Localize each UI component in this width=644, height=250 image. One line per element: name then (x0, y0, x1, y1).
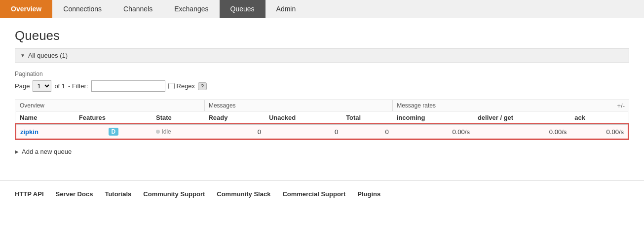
footer-link-plugins[interactable]: Plugins (357, 190, 380, 198)
nav-item-channels[interactable]: Channels (113, 0, 163, 18)
queue-incoming: 0.00/s (393, 124, 474, 139)
nav-item-connections[interactable]: Connections (52, 0, 113, 18)
footer-divider (0, 180, 644, 180)
of-label: of 1 (54, 82, 65, 90)
filter-input[interactable] (91, 80, 165, 92)
nav-item-queues[interactable]: Queues (220, 0, 265, 18)
footer-link-tutorials[interactable]: Tutorials (105, 190, 131, 198)
col-ack: ack (570, 111, 628, 125)
message-rates-group-header: Message rates (393, 100, 628, 111)
plus-minus-button[interactable]: +/- (617, 102, 625, 109)
col-name: Name (16, 111, 75, 125)
col-unacked: Unacked (265, 111, 342, 125)
nav-item-overview[interactable]: Overview (0, 0, 52, 18)
nav-item-admin[interactable]: Admin (265, 0, 307, 18)
queue-state: idle (152, 124, 204, 139)
col-total: Total (342, 111, 393, 125)
expand-arrow-icon: ▶ (15, 149, 19, 154)
pagination-controls: Page 1 of 1 - Filter: Regex ? (15, 80, 629, 92)
messages-group-header: Messages (204, 100, 392, 111)
regex-text: Regex (177, 82, 195, 90)
feature-badge-d: D (109, 128, 119, 136)
filter-label: - Filter: (68, 82, 88, 90)
column-header-row: Name Features State Ready Unacked Total … (16, 111, 628, 125)
queue-features: D (75, 124, 152, 139)
collapse-arrow-icon: ▼ (20, 53, 25, 58)
col-deliver-get: deliver / get (474, 111, 570, 125)
help-button[interactable]: ? (198, 82, 207, 90)
footer-link-community-support[interactable]: Community Support (143, 190, 205, 198)
page-select[interactable]: 1 (33, 80, 51, 92)
pagination-label: Pagination (15, 71, 629, 77)
footer: HTTP API Server Docs Tutorials Community… (0, 185, 644, 203)
table-row: zipkin D idle 0 0 0 0.00/s 0.00/s 0.00/s (16, 124, 628, 139)
col-ready: Ready (204, 111, 265, 125)
footer-link-http-api[interactable]: HTTP API (15, 190, 44, 198)
page-content: Queues ▼ All queues (1) Pagination Page … (0, 18, 644, 175)
col-incoming: incoming (393, 111, 474, 125)
queue-table: Overview Messages Message rates Name Fea… (15, 100, 629, 140)
page-text-label: Page (15, 82, 30, 90)
pagination-section: Pagination Page 1 of 1 - Filter: Regex ? (15, 71, 629, 92)
regex-label: Regex (168, 82, 195, 90)
all-queues-label: All queues (1) (28, 52, 68, 59)
footer-link-server-docs[interactable]: Server Docs (56, 190, 93, 198)
col-features: Features (75, 111, 152, 125)
footer-link-commercial-support[interactable]: Commercial Support (282, 190, 345, 198)
queue-state-text: idle (162, 128, 171, 135)
queue-total: 0 (342, 124, 393, 139)
queue-name[interactable]: zipkin (16, 124, 75, 139)
add-queue-section: ▶ Add a new queue (15, 148, 629, 155)
page-title: Queues (15, 28, 629, 43)
group-header-row: Overview Messages Message rates (16, 100, 628, 111)
navigation: Overview Connections Channels Exchanges … (0, 0, 644, 18)
overview-group-header: Overview (16, 100, 204, 111)
idle-dot-icon (156, 130, 160, 134)
regex-checkbox[interactable] (168, 83, 175, 89)
queue-table-container: +/- Overview Messages Message rates Name… (15, 100, 629, 140)
add-queue-toggle[interactable]: ▶ Add a new queue (15, 148, 629, 155)
footer-link-community-slack[interactable]: Community Slack (217, 190, 270, 198)
queue-unacked: 0 (265, 124, 342, 139)
col-state: State (152, 111, 204, 125)
nav-item-exchanges[interactable]: Exchanges (163, 0, 219, 18)
all-queues-header[interactable]: ▼ All queues (1) (15, 48, 629, 63)
queue-ready: 0 (204, 124, 265, 139)
queue-ack: 0.00/s (570, 124, 628, 139)
queue-deliver-get: 0.00/s (474, 124, 570, 139)
add-queue-label: Add a new queue (22, 148, 72, 155)
